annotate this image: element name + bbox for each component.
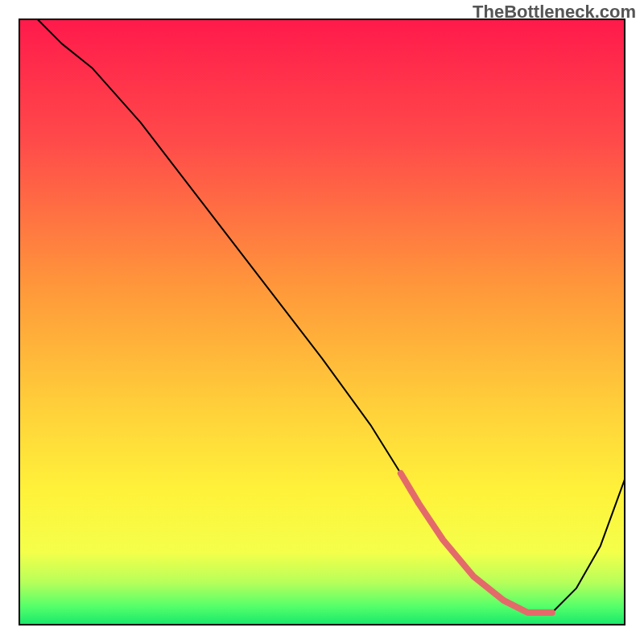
bottleneck-chart <box>0 0 644 644</box>
plot-background <box>19 19 625 625</box>
plot-area <box>19 19 625 625</box>
watermark-text: TheBottleneck.com <box>473 2 636 23</box>
chart-container: TheBottleneck.com <box>0 0 644 644</box>
